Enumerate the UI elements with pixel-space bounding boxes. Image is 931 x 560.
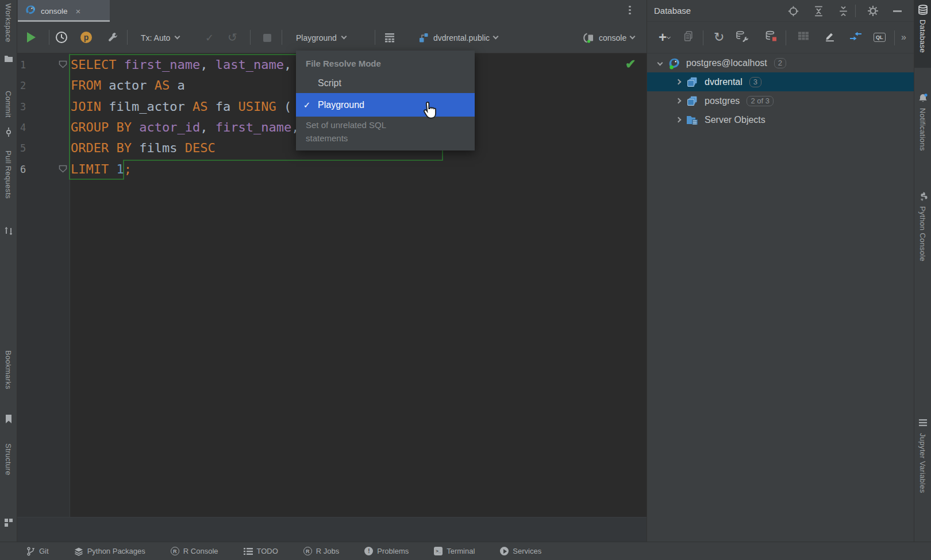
editor-toolbar: p Tx: Auto ✓ ↺ Playground dvdrental.publ… <box>17 22 647 53</box>
settings-wrench-button[interactable] <box>107 32 118 45</box>
chevron-right-icon[interactable] <box>674 118 683 122</box>
count-badge: 3 <box>749 77 761 87</box>
statusbar-item-r-jobs[interactable]: RR Jobs <box>303 547 339 555</box>
hide-panel-icon[interactable] <box>893 10 902 12</box>
rollback-icon[interactable]: ↺ <box>228 30 237 44</box>
todo-list-icon <box>244 547 253 555</box>
git-branch-icon <box>26 547 35 556</box>
stripe-item-notifications[interactable]: Notifications <box>918 108 927 151</box>
check-icon: ✓ <box>296 100 318 110</box>
database-icon <box>686 76 700 88</box>
table-view-icon[interactable] <box>798 32 809 44</box>
list-icon[interactable] <box>919 418 927 428</box>
schema-label: dvdrental.public <box>433 33 490 43</box>
left-tool-stripe: WorkspaceCommitPull RequestsBookmarksStr… <box>0 0 17 542</box>
edit-icon[interactable] <box>824 31 835 44</box>
stripe-item-workspace[interactable]: Workspace <box>4 3 13 42</box>
python-icon[interactable] <box>918 191 928 204</box>
postgres-db-icon <box>668 57 682 69</box>
pull-request-icon[interactable] <box>4 226 13 238</box>
code-line: ORDER BY films DESC <box>71 138 216 159</box>
chevron-right-icon[interactable] <box>674 99 683 103</box>
right-tool-stripe: DatabaseNotificationsPython ConsoleJupyt… <box>914 0 931 560</box>
terminal-icon: >_ <box>434 547 443 555</box>
statusbar-item-todo[interactable]: TODO <box>244 547 278 555</box>
stripe-item-bookmarks[interactable]: Bookmarks <box>4 350 13 389</box>
refresh-icon[interactable]: ↻ <box>714 30 724 45</box>
folder-icon[interactable] <box>4 55 13 65</box>
code-line: LIMIT 1; <box>71 159 132 180</box>
db-tree-row-dvdrental[interactable]: dvdrental3 <box>647 72 914 91</box>
play-icon <box>27 32 36 43</box>
commit-transaction-button[interactable]: ✓ <box>205 32 214 44</box>
add-datasource-button[interactable]: + <box>659 29 670 45</box>
schema-switcher-dropdown[interactable]: dvdrental.public <box>418 22 498 53</box>
chevron-down-icon <box>493 34 499 40</box>
statusbar-item-python-packages[interactable]: Python Packages <box>74 547 145 556</box>
db-tree-row-postgres[interactable]: postgres2 of 3 <box>647 91 914 110</box>
more-toolbar-icon[interactable]: » <box>901 32 906 43</box>
statusbar-item-services[interactable]: Services <box>500 547 541 555</box>
tree-node-label: dvdrental <box>705 77 743 87</box>
tree-node-label: postgres@localhost <box>686 58 767 68</box>
database-panel-header: Database <box>647 0 914 22</box>
stop-button[interactable] <box>263 34 271 42</box>
chevron-down-icon <box>175 34 180 40</box>
statusbar-item-problems[interactable]: !Problems <box>364 547 409 555</box>
popup-description: Set of unrelated SQL statements <box>306 118 386 145</box>
commit-icon[interactable] <box>5 128 13 139</box>
editor-bottom-strip <box>17 517 647 542</box>
popup-item-playground[interactable]: ✓Playground <box>296 93 475 117</box>
resolve-mode-dropdown[interactable]: Playground <box>296 22 346 53</box>
datasource-properties-icon[interactable] <box>736 30 748 44</box>
structure-icon[interactable] <box>5 519 13 529</box>
stripe-item-commit[interactable]: Commit <box>4 91 13 118</box>
execution-history-button[interactable] <box>55 31 68 46</box>
close-icon[interactable]: × <box>76 6 81 16</box>
run-button[interactable] <box>27 32 36 43</box>
stripe-item-pull-requests[interactable]: Pull Requests <box>4 150 13 199</box>
editor-tab-bar: console × <box>17 0 647 22</box>
stripe-item-jupyter-variables[interactable]: Jupyter Variables <box>918 433 927 493</box>
expand-all-icon[interactable] <box>813 6 824 19</box>
r-icon: R <box>171 547 179 555</box>
bell-icon[interactable] <box>918 93 928 106</box>
db-tree-row-server-objects[interactable]: Server Objects <box>647 110 914 129</box>
statusbar-item-label: Terminal <box>447 547 475 555</box>
session-switcher-dropdown[interactable]: console <box>583 22 634 53</box>
scroll-from-editor-icon[interactable] <box>849 32 862 43</box>
chevron-down-icon[interactable] <box>655 61 664 65</box>
postgres-icon <box>25 4 36 18</box>
stripe-item-structure[interactable]: Structure <box>4 443 13 475</box>
tab-console[interactable]: console × <box>18 0 110 22</box>
inspection-ok-check-icon[interactable]: ✔ <box>625 57 636 72</box>
popup-item-label: Playground <box>318 100 364 110</box>
collapse-all-icon[interactable] <box>838 6 849 19</box>
duplicate-icon[interactable] <box>683 31 694 44</box>
popup-item-script[interactable]: Script <box>296 74 475 93</box>
jump-to-console-icon[interactable]: QL <box>874 33 886 42</box>
inline-results-button[interactable] <box>384 33 395 45</box>
disconnect-icon[interactable] <box>765 30 778 44</box>
statusbar-item-label: Git <box>39 547 49 555</box>
bookmark-icon[interactable] <box>5 415 12 426</box>
tx-mode-dropdown[interactable]: Tx: Auto <box>141 22 179 53</box>
statusbar-item-git[interactable]: Git <box>26 547 49 556</box>
stripe-item-python-console[interactable]: Python Console <box>918 206 927 261</box>
gear-icon[interactable] <box>867 5 879 19</box>
resolve-mode-label: Playground <box>296 33 337 43</box>
statusbar-item-label: R Console <box>183 547 218 555</box>
locate-object-icon[interactable] <box>788 6 799 19</box>
database-stack-icon[interactable] <box>918 5 928 17</box>
more-options-icon[interactable] <box>626 4 633 16</box>
stripe-item-database[interactable]: Database <box>918 20 927 53</box>
services-icon <box>500 547 509 555</box>
wrench-icon <box>107 32 118 43</box>
parameters-button[interactable]: p <box>80 32 92 43</box>
statusbar-item-label: Services <box>513 547 541 555</box>
statusbar-item-terminal[interactable]: >_Terminal <box>434 547 475 555</box>
db-tree-row-postgres-localhost[interactable]: postgres@localhost2 <box>647 53 914 72</box>
chevron-right-icon[interactable] <box>674 80 683 84</box>
popup-item-label: Script <box>318 78 341 88</box>
statusbar-item-r-console[interactable]: RR Console <box>171 547 218 555</box>
